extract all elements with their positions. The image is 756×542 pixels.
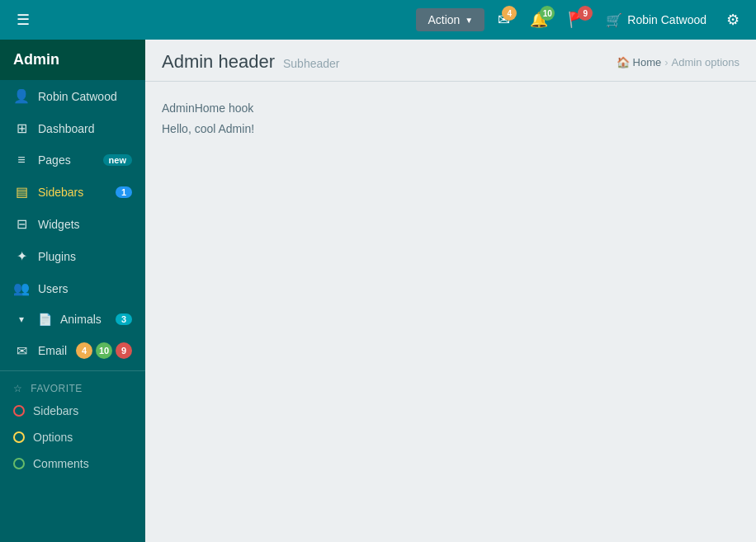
pages-icon: ≡: [13, 153, 30, 167]
sidebar-pages-label: Pages: [38, 153, 95, 167]
favorite-item-sidebars[interactable]: Sidebars: [0, 398, 145, 424]
sidebar-item-dashboard[interactable]: ⊞ Dashboard: [0, 112, 145, 144]
breadcrumb: 🏠 Home › Admin options: [617, 56, 739, 68]
email-icon: ✉: [13, 343, 30, 359]
sidebar-item-pages[interactable]: ≡ Pages new: [0, 144, 145, 176]
users-icon: 👥: [13, 280, 30, 296]
sidebar-dashboard-label: Dashboard: [38, 122, 132, 135]
favorite-item-comments[interactable]: Comments: [0, 450, 145, 477]
bell-badge: 10: [540, 6, 555, 21]
sidebar-item-email[interactable]: ✉ Email 4 10 9: [0, 334, 145, 367]
sidebar-plugins-label: Plugins: [38, 250, 132, 263]
sidebar-item-animals[interactable]: ▾ 📄 Animals 3: [0, 304, 145, 334]
bell-button[interactable]: 🔔 10: [523, 7, 555, 32]
pages-badge: new: [103, 154, 132, 166]
flag-badge: 9: [578, 6, 593, 21]
animals-collapse-icon: ▾: [13, 313, 30, 325]
favorites-section-label: ☆ Favorite: [0, 375, 145, 398]
fav-dot-sidebars: [13, 405, 25, 417]
admin-greeting-text: Hello, cool Admin!: [162, 119, 739, 139]
content-area: Admin header Subheader 🏠 Home › Admin op…: [145, 40, 756, 542]
email-badges: 4 10 9: [76, 342, 132, 359]
main-layout: Admin 👤 Robin Catwood ⊞ Dashboard ≡ Page…: [0, 40, 756, 542]
page-subheader: Subheader: [283, 57, 340, 70]
fav-sidebars-label: Sidebars: [33, 404, 78, 417]
breadcrumb-sep: ›: [664, 56, 668, 68]
sidebar-sidebars-label: Sidebars: [38, 186, 107, 199]
plugins-icon: ✦: [13, 248, 30, 264]
email-badge-yellow: 4: [76, 342, 92, 359]
mail-button[interactable]: ✉ 4: [491, 7, 517, 32]
widgets-icon: ⊟: [13, 216, 30, 232]
content-header: Admin header Subheader 🏠 Home › Admin op…: [145, 40, 756, 82]
sidebar: Admin 👤 Robin Catwood ⊞ Dashboard ≡ Page…: [0, 40, 145, 542]
page-title: Admin header: [162, 51, 275, 73]
content-body: AdminHome hook Hello, cool Admin!: [145, 82, 756, 542]
sidebar-users-label: Users: [38, 282, 132, 295]
sidebar-animals-label: Animals: [60, 313, 107, 326]
sidebar-email-label: Email: [38, 344, 68, 357]
favorite-item-options[interactable]: Options: [0, 424, 145, 450]
action-caret-icon: ▼: [465, 16, 473, 25]
sidebar-brand: Admin: [0, 40, 145, 80]
fav-dot-options: [13, 431, 25, 443]
mail-badge: 4: [502, 6, 517, 21]
topbar: ☰ Action ▼ ✉ 4 🔔 10 🚩 9 🛒 Robin Catwood …: [0, 0, 756, 40]
star-icon: ☆: [13, 383, 23, 394]
sidebar-item-users[interactable]: 👥 Users: [0, 272, 145, 304]
sidebar-widgets-label: Widgets: [38, 218, 132, 231]
user-section[interactable]: 🛒 Robin Catwood: [599, 12, 713, 28]
sidebar-item-widgets[interactable]: ⊟ Widgets: [0, 208, 145, 240]
action-label: Action: [428, 13, 460, 26]
sidebars-badge: 1: [116, 186, 132, 198]
fav-options-label: Options: [33, 431, 73, 444]
sidebars-icon: ▤: [13, 184, 30, 200]
fav-comments-label: Comments: [33, 457, 89, 470]
action-button[interactable]: Action ▼: [416, 8, 484, 31]
dashboard-icon: ⊞: [13, 120, 30, 136]
admin-hook-text: AdminHome hook: [162, 98, 739, 119]
hamburger-button[interactable]: ☰: [10, 7, 36, 32]
user-profile-icon: 👤: [13, 88, 30, 104]
user-icon: 🛒: [606, 12, 622, 28]
email-badge-red: 9: [116, 342, 132, 359]
home-icon: 🏠: [617, 56, 630, 68]
email-badge-green: 10: [96, 342, 112, 359]
settings-button[interactable]: ⚙: [720, 7, 746, 32]
fav-dot-comments: [13, 458, 25, 469]
breadcrumb-current: Admin options: [672, 56, 739, 68]
sidebar-item-sidebars[interactable]: ▤ Sidebars 1: [0, 176, 145, 208]
sidebar-item-user-profile[interactable]: 👤 Robin Catwood: [0, 80, 145, 112]
animals-badge: 3: [116, 313, 132, 325]
flag-button[interactable]: 🚩 9: [561, 7, 593, 32]
breadcrumb-home[interactable]: Home: [633, 56, 662, 68]
sidebar-item-plugins[interactable]: ✦ Plugins: [0, 240, 145, 272]
animals-doc-icon: 📄: [38, 313, 52, 326]
header-title-group: Admin header Subheader: [162, 51, 340, 73]
sidebar-user-name: Robin Catwood: [38, 90, 132, 103]
user-name: Robin Catwood: [627, 13, 706, 26]
